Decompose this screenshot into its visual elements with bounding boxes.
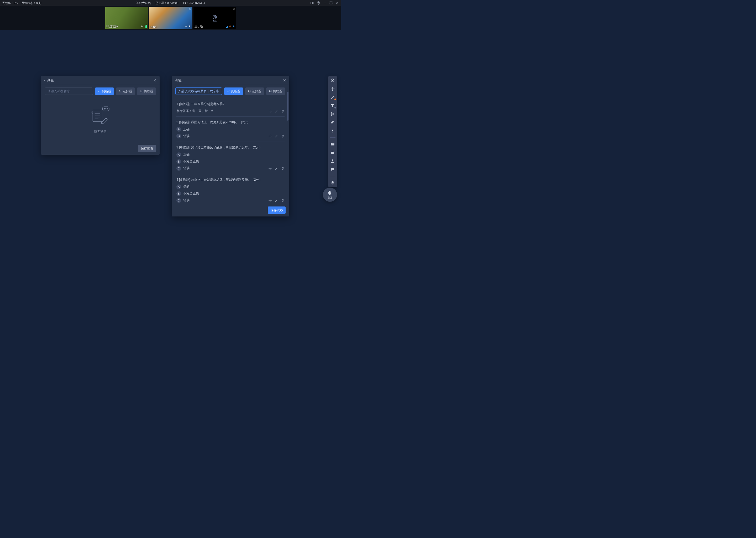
option-row: A是的 [176, 185, 285, 189]
option-row: C错误 [176, 198, 285, 203]
svg-rect-15 [93, 110, 102, 122]
video-strip: 叮当老师 ✕ Nina ✕ 王小明 [0, 6, 341, 30]
svg-point-7 [213, 15, 216, 19]
pen-tool-icon[interactable] [330, 95, 335, 100]
pointer-tool-icon[interactable] [330, 78, 335, 83]
save-quiz-button[interactable]: 保存试卷 [268, 206, 286, 214]
option-badge: C [176, 198, 181, 203]
svg-rect-0 [311, 2, 313, 4]
edit-question-icon[interactable] [275, 109, 278, 113]
quiz-panel-filled: 测验 ✕ 产品说试卷名称最多十六个字 判断题 选择题 简答题 1 [简答题] 一… [172, 76, 289, 216]
camera-off-icon [210, 13, 219, 22]
chat-tool-icon[interactable] [330, 167, 335, 172]
svg-point-6 [186, 26, 186, 27]
side-toolbar [328, 76, 337, 187]
quiz-panel-empty: ‹ 测验 ✕ 判断题 选择题 简答题 [41, 76, 160, 155]
add-short-answer-button[interactable]: 简答题 [137, 87, 156, 95]
participant-name: 叮当老师 [106, 25, 118, 28]
move-question-icon[interactable] [268, 109, 272, 113]
question-block: 4 [多选题] 施华洛世奇是反华品牌，所以梁鼎琪反华。（2分）A是的B不完全正确… [176, 174, 285, 204]
tile-close-icon[interactable]: ✕ [233, 7, 235, 11]
quiz-name-input[interactable] [45, 87, 93, 95]
add-choice-button[interactable]: 选择题 [245, 87, 264, 95]
close-window-icon[interactable] [336, 1, 339, 5]
add-judge-button[interactable]: 判断题 [95, 87, 114, 95]
top-status-bar: 丢包率：0% 网络状态：良好 神秘大自然 已上课：02:34:09 ID：202… [0, 0, 341, 6]
question-title: 1 [简答题] 一年四季分别是哪四季? [176, 102, 285, 107]
scissors-tool-icon[interactable] [330, 112, 335, 116]
quiz-name-display[interactable]: 产品说试卷名称最多十六个字 [175, 87, 222, 95]
svg-point-23 [107, 108, 108, 109]
move-tool-icon[interactable] [330, 86, 335, 91]
participant-name: 王小明 [195, 25, 203, 28]
svg-point-30 [331, 115, 332, 116]
add-choice-button[interactable]: 选择题 [116, 87, 135, 95]
empty-illustration-icon [88, 105, 112, 126]
svg-point-8 [214, 16, 215, 18]
mic-icon [188, 25, 191, 28]
toolbox-tool-icon[interactable] [330, 150, 335, 155]
empty-text: 暂无试题 [94, 130, 107, 134]
minimize-icon[interactable] [323, 1, 327, 5]
back-icon[interactable]: ‹ [44, 78, 45, 82]
bell-tool-icon[interactable] [330, 181, 335, 185]
option-badge: B [176, 191, 181, 196]
main-area: ‹ 测验 ✕ 判断题 选择题 简答题 [0, 30, 341, 243]
option-badge: B [176, 134, 181, 138]
empty-state: 暂无试题 [41, 97, 160, 142]
svg-rect-25 [269, 90, 271, 92]
question-list[interactable]: 1 [简答题] 一年四季分别是哪四季?参考答案：春、夏、秋、冬2 [判断题] 我… [172, 97, 289, 204]
option-badge: A [176, 185, 181, 189]
move-question-icon[interactable] [268, 134, 272, 138]
question-title: 4 [多选题] 施华洛世奇是反华品牌，所以梁鼎琪反华。（2分） [176, 177, 285, 182]
delete-question-icon[interactable] [281, 109, 285, 113]
mic-icon [185, 25, 187, 28]
video-tile-camera-off[interactable]: ✕ 王小明 [193, 7, 236, 29]
edit-question-icon[interactable] [275, 167, 278, 170]
folder-tool-icon[interactable] [330, 142, 335, 146]
hand-count: 0/2 [328, 196, 332, 199]
choice-icon [248, 89, 251, 93]
edit-question-icon[interactable] [275, 198, 278, 202]
eraser-tool-icon[interactable] [330, 120, 335, 125]
mic-icon [232, 25, 235, 28]
svg-point-31 [332, 130, 333, 132]
signal-bars-icon [144, 25, 147, 28]
raise-hand-badge[interactable]: 0/2 [323, 188, 337, 202]
add-judge-button[interactable]: 判断题 [224, 87, 243, 95]
close-panel-icon[interactable]: ✕ [283, 78, 286, 82]
close-panel-icon[interactable]: ✕ [153, 78, 157, 82]
mic-icon [140, 25, 143, 28]
text-tool-icon[interactable] [330, 103, 335, 108]
edit-question-icon[interactable] [275, 134, 278, 138]
panel-title: 测验 [175, 78, 182, 83]
add-short-answer-button[interactable]: 简答题 [266, 87, 285, 95]
text-icon [140, 89, 143, 93]
option-row: A正确 [176, 127, 285, 132]
participant-name: Nina [150, 25, 157, 28]
video-icon[interactable] [310, 1, 314, 5]
option-text: 错误 [183, 134, 190, 138]
save-quiz-button[interactable]: 保存试卷 [138, 145, 156, 152]
judge-icon [98, 89, 101, 93]
move-question-icon[interactable] [268, 167, 272, 170]
move-question-icon[interactable] [268, 198, 272, 202]
tile-close-icon[interactable]: ✕ [189, 7, 191, 11]
scrollbar[interactable] [287, 92, 289, 203]
svg-point-1 [318, 2, 319, 3]
svg-point-35 [332, 169, 333, 169]
highlight-tool-icon[interactable] [330, 129, 335, 133]
user-tool-icon[interactable] [330, 159, 335, 163]
settings-icon[interactable] [316, 1, 320, 5]
maximize-icon[interactable] [329, 1, 333, 5]
svg-point-22 [106, 108, 106, 109]
option-badge: C [176, 166, 181, 171]
option-text: 是的 [183, 185, 190, 189]
video-tile-student[interactable]: ✕ Nina [149, 7, 192, 29]
delete-question-icon[interactable] [281, 198, 285, 202]
svg-point-28 [332, 80, 333, 81]
option-text: 不完全正确 [183, 191, 199, 196]
video-tile-teacher[interactable]: 叮当老师 [105, 7, 148, 29]
delete-question-icon[interactable] [281, 167, 285, 170]
delete-question-icon[interactable] [281, 134, 285, 138]
